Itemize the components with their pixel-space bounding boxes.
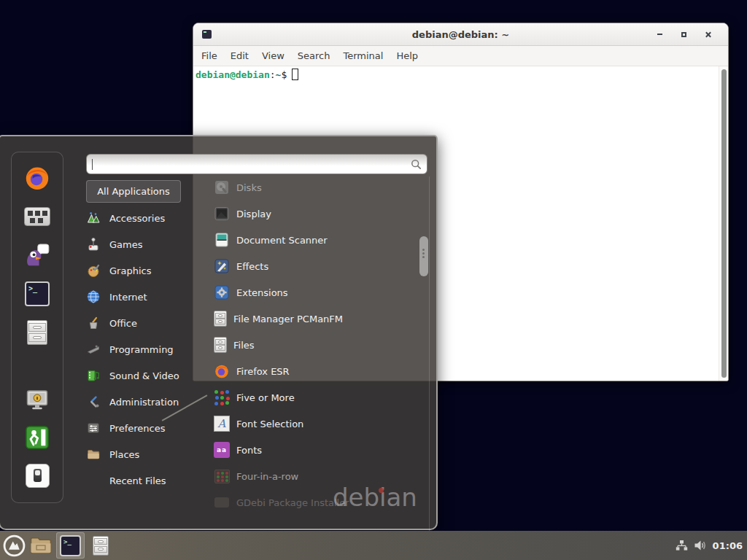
app-effects[interactable]: Effects — [195, 253, 414, 279]
watermark-red-dot — [379, 488, 384, 493]
disks-icon — [214, 179, 230, 195]
close-icon — [705, 31, 711, 38]
lock-screen-button[interactable] — [23, 386, 51, 413]
menu-help[interactable]: Help — [390, 48, 425, 63]
close-button[interactable] — [700, 27, 715, 42]
graphics-icon — [86, 263, 101, 278]
category-internet[interactable]: Internet — [86, 284, 203, 310]
terminal-favorite-icon: >_ — [25, 281, 50, 306]
category-label: Sound & Video — [109, 370, 179, 381]
software-manager-button[interactable] — [23, 203, 51, 230]
terminal-window-button[interactable]: >_ — [56, 532, 85, 559]
fonts-glyph: aa — [217, 446, 227, 454]
files-task-icon — [93, 536, 109, 556]
volume-icon[interactable] — [694, 540, 707, 551]
maximize-icon — [681, 32, 686, 37]
recent-files-spacer — [86, 473, 101, 488]
app-font-selection[interactable]: A Font Selection — [195, 411, 414, 437]
menu-view[interactable]: View — [255, 48, 291, 63]
firefox-icon — [214, 363, 230, 379]
category-graphics[interactable]: Graphics — [86, 257, 203, 284]
terminal-glyph: >_ — [28, 284, 37, 292]
gdebi-icon — [214, 494, 230, 510]
menu-button[interactable] — [3, 532, 26, 559]
terminal-scrollbar-thumb[interactable] — [721, 69, 727, 378]
debian-watermark: debian — [333, 483, 417, 512]
app-file-manager-pcmanfm[interactable]: File Manager PCManFM — [195, 306, 414, 332]
app-label: Font Selection — [236, 419, 303, 429]
files-favorite-button[interactable] — [23, 319, 51, 346]
app-five-or-more[interactable]: Five or More — [195, 384, 414, 411]
category-sound-video[interactable]: Sound & Video — [86, 362, 203, 389]
favorites-group: >_ — [23, 164, 51, 346]
app-label: Document Scanner — [236, 235, 328, 246]
text-caret — [92, 159, 93, 170]
document-scanner-icon — [214, 232, 230, 248]
firefox-favorite-button[interactable] — [23, 164, 51, 192]
category-recent-files[interactable]: Recent Files — [86, 467, 203, 494]
terminal-favorite-button[interactable]: >_ — [23, 280, 51, 308]
firefox-favorite-icon — [23, 164, 51, 192]
terminal-menubar: File Edit View Search Terminal Help — [193, 46, 728, 66]
application-list: Disks Display Document Scanner Effects — [195, 174, 414, 516]
app-label: Four-in-a-row — [236, 471, 298, 482]
lock-screen-icon — [24, 386, 50, 413]
all-applications-button[interactable]: All Applications — [86, 180, 181, 203]
category-places[interactable]: Places — [86, 441, 203, 467]
app-label: Files — [233, 340, 255, 351]
file-manager-launcher[interactable] — [30, 532, 52, 559]
logout-button[interactable] — [23, 424, 51, 451]
fonts-icon: aa — [214, 442, 230, 458]
maximize-button[interactable] — [676, 27, 691, 42]
app-label: Effects — [236, 261, 268, 272]
app-extensions[interactable]: Extensions — [195, 279, 414, 306]
category-office[interactable]: Office — [86, 310, 203, 336]
menu-edit[interactable]: Edit — [224, 48, 255, 63]
shutdown-icon — [26, 464, 50, 488]
network-icon[interactable] — [676, 540, 688, 551]
category-label: Office — [109, 318, 137, 329]
app-display[interactable]: Display — [195, 201, 414, 227]
internet-icon — [86, 289, 101, 304]
font-selection-glyph: A — [218, 417, 226, 430]
administration-icon — [86, 394, 101, 409]
menu-file[interactable]: File — [195, 48, 224, 63]
category-games[interactable]: Games — [86, 231, 203, 257]
search-icon — [411, 159, 422, 170]
favorites-sidebar: >_ — [11, 152, 63, 503]
app-label: Firefox ESR — [236, 366, 290, 377]
category-preferences[interactable]: Preferences — [86, 415, 203, 441]
category-administration[interactable]: Administration — [86, 389, 203, 415]
clock[interactable]: 01:06 — [713, 540, 743, 551]
minimize-button[interactable] — [652, 27, 667, 42]
system-tray: 01:06 — [676, 540, 747, 551]
files-window-button[interactable] — [93, 532, 109, 559]
category-label: Programming — [109, 344, 174, 355]
programming-icon — [86, 342, 101, 357]
shutdown-button[interactable] — [23, 462, 51, 489]
app-firefox-esr[interactable]: Firefox ESR — [195, 358, 414, 384]
app-files[interactable]: Files — [195, 332, 414, 358]
terminal-cursor — [292, 69, 298, 80]
menu-scrollbar-thumb[interactable] — [419, 236, 428, 276]
category-programming[interactable]: Programming — [86, 336, 203, 362]
terminal-titlebar[interactable]: debian@debian: ~ — [193, 23, 728, 46]
pidgin-button[interactable] — [23, 241, 51, 269]
category-label: Recent Files — [109, 475, 166, 486]
app-document-scanner[interactable]: Document Scanner — [195, 227, 414, 253]
terminal-scrollbar[interactable] — [719, 66, 728, 381]
menu-logo-icon — [3, 534, 26, 557]
app-disks[interactable]: Disks — [195, 174, 414, 201]
category-accessories[interactable]: Accessories — [86, 205, 203, 231]
app-fonts[interactable]: aa Fonts — [195, 437, 414, 463]
desktop: debian@debian: ~ File Edit View Search T… — [0, 0, 747, 560]
app-label: Disks — [236, 182, 262, 193]
app-label: Fonts — [236, 445, 262, 456]
category-label: Accessories — [109, 213, 165, 224]
app-label: File Manager PCManFM — [233, 314, 343, 324]
four-in-a-row-icon — [214, 468, 230, 484]
menu-search[interactable]: Search — [291, 48, 337, 63]
terminal-window-icon — [202, 30, 212, 39]
search-input[interactable] — [86, 154, 427, 174]
menu-terminal[interactable]: Terminal — [336, 48, 390, 63]
